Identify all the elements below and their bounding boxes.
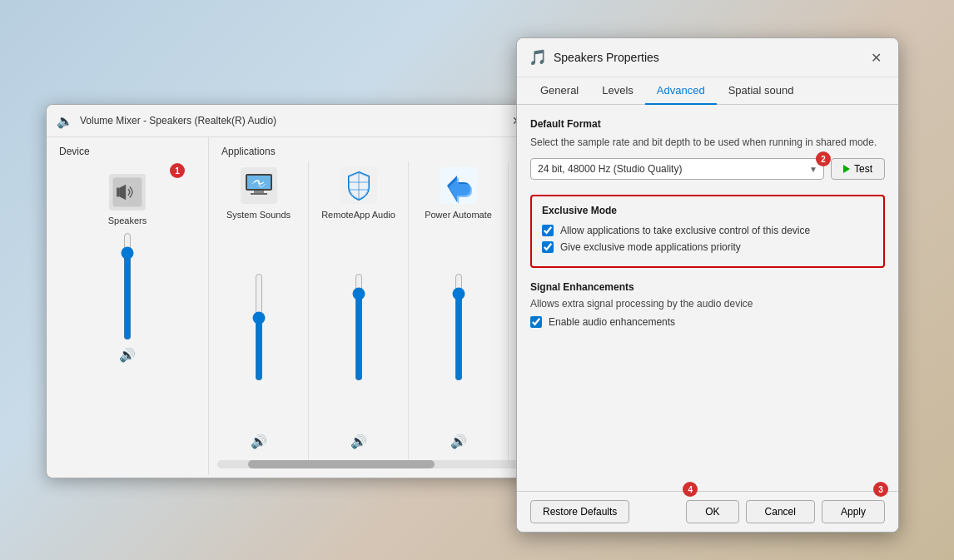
- badge-1: 1: [170, 163, 185, 178]
- dialog-titlebar: 🎵 Speakers Properties ✕: [517, 38, 898, 77]
- format-row: 2 24 bit, 48000 Hz (Studio Quality) 16 b…: [530, 158, 885, 180]
- audio-enhancements-checkbox[interactable]: [530, 316, 542, 328]
- svg-rect-6: [254, 191, 264, 193]
- mixer-content: Device 1 Speakers: [47, 137, 536, 475]
- remoteapp-name: RemoteApp Audio: [321, 209, 395, 221]
- device-volume-slider-container[interactable]: [118, 232, 137, 340]
- exclusive-priority-label: Give exclusive mode applications priorit…: [560, 241, 741, 253]
- tab-advanced[interactable]: Advanced: [645, 77, 717, 105]
- dialog-title-icon: 🎵: [529, 48, 547, 67]
- dialog-footer: Restore Defaults 4 OK Cancel 3 Apply: [517, 491, 898, 532]
- restore-defaults-button[interactable]: Restore Defaults: [530, 500, 629, 523]
- scrollbar-thumb: [248, 460, 435, 468]
- apps-grid: System Sounds 🔊: [209, 161, 536, 460]
- exclusive-control-row: Allow applications to take exclusive con…: [542, 225, 873, 236]
- tab-general[interactable]: General: [529, 77, 590, 105]
- audio-enhancements-label: Enable audio enhancements: [549, 316, 675, 328]
- mixer-device-section: Device 1 Speakers: [47, 137, 209, 475]
- format-select-wrapper[interactable]: 24 bit, 48000 Hz (Studio Quality) 16 bit…: [530, 158, 824, 180]
- ok-button[interactable]: OK: [686, 500, 738, 523]
- exclusive-priority-row: Give exclusive mode applications priorit…: [542, 241, 873, 253]
- exclusive-priority-checkbox[interactable]: [542, 241, 554, 253]
- power-automate-slider-container[interactable]: [450, 227, 468, 427]
- svg-rect-2: [117, 188, 120, 197]
- speaker-large-icon: [107, 172, 147, 212]
- remoteapp-icon: [339, 166, 379, 206]
- default-format-section: Default Format Select the sample rate an…: [530, 118, 885, 180]
- dialog-title-text: Speakers Properties: [554, 51, 659, 64]
- exclusive-mode-section: Exclusive Mode Allow applications to tak…: [530, 195, 885, 268]
- device-volume-slider[interactable]: [118, 232, 137, 340]
- dialog-tabs: General Levels Advanced Spatial sound: [517, 77, 898, 105]
- play-icon: [843, 165, 850, 173]
- device-channel: 1 Speakers: [47, 161, 208, 374]
- tab-spatial-sound[interactable]: Spatial sound: [717, 77, 806, 105]
- remoteapp-volume-icon: 🔊: [350, 427, 367, 456]
- default-format-desc: Select the sample rate and bit depth to …: [530, 135, 885, 150]
- apply-button-wrap: 3 Apply: [822, 500, 885, 523]
- volume-mixer-titlebar: 🔈 Volume Mixer - Speakers (Realtek(R) Au…: [47, 105, 536, 137]
- apply-button[interactable]: Apply: [822, 500, 885, 523]
- speaker-icon: 🔈: [57, 113, 73, 129]
- signal-enhancements-desc: Allows extra signal processing by the au…: [530, 298, 885, 310]
- format-select[interactable]: 24 bit, 48000 Hz (Studio Quality) 16 bit…: [530, 158, 824, 180]
- badge-4: 4: [683, 482, 698, 497]
- svg-rect-7: [251, 193, 267, 195]
- power-automate-icon: [439, 166, 479, 206]
- dialog-body: Default Format Select the sample rate an…: [517, 105, 898, 503]
- remoteapp-slider-container[interactable]: [350, 227, 368, 427]
- titlebar-left: 🔈 Volume Mixer - Speakers (Realtek(R) Au…: [57, 113, 276, 129]
- dialog-close-button[interactable]: ✕: [865, 47, 887, 68]
- ok-button-wrap: 4 OK: [686, 500, 738, 523]
- dialog-title-left: 🎵 Speakers Properties: [529, 48, 659, 67]
- power-automate-volume-icon: 🔊: [450, 427, 467, 456]
- audio-enhancements-row: Enable audio enhancements: [530, 316, 885, 328]
- app-channel-remoteapp: RemoteApp Audio 🔊: [309, 161, 409, 460]
- device-section-header: Device: [47, 137, 208, 161]
- exclusive-control-label: Allow applications to take exclusive con…: [560, 225, 810, 236]
- system-sounds-slider-container[interactable]: [250, 227, 268, 427]
- speakers-properties-dialog: 🎵 Speakers Properties ✕ General Levels A…: [516, 37, 899, 533]
- app-channel-system-sounds: System Sounds 🔊: [209, 161, 309, 460]
- system-sounds-icon: [239, 166, 279, 206]
- mixer-apps-section: Applications: [209, 137, 536, 475]
- exclusive-control-checkbox[interactable]: [542, 225, 554, 236]
- system-sounds-name: System Sounds: [226, 209, 291, 221]
- default-format-label: Default Format: [530, 118, 885, 130]
- device-volume-icon: 🔊: [119, 340, 136, 369]
- signal-enhancements-section: Signal Enhancements Allows extra signal …: [530, 281, 885, 328]
- system-sounds-slider[interactable]: [250, 273, 268, 381]
- power-automate-slider[interactable]: [450, 273, 468, 381]
- volume-mixer-window: 🔈 Volume Mixer - Speakers (Realtek(R) Au…: [46, 104, 537, 478]
- remoteapp-slider[interactable]: [350, 273, 368, 381]
- badge-2: 2: [816, 151, 831, 166]
- apps-scrollbar[interactable]: [217, 460, 528, 468]
- apps-section-header: Applications: [209, 137, 536, 161]
- exclusive-mode-label: Exclusive Mode: [542, 205, 873, 216]
- signal-enhancements-label: Signal Enhancements: [530, 281, 885, 293]
- system-sounds-volume-icon: 🔊: [251, 427, 267, 456]
- device-name: Speakers: [108, 216, 147, 225]
- badge-3: 3: [873, 482, 888, 497]
- app-channel-power-automate: Power Automate 🔊: [409, 161, 509, 460]
- footer-buttons: 4 OK Cancel 3 Apply: [686, 500, 885, 523]
- test-label: Test: [854, 163, 872, 175]
- format-select-container: 2 24 bit, 48000 Hz (Studio Quality) 16 b…: [530, 158, 824, 180]
- power-automate-name: Power Automate: [425, 209, 492, 221]
- test-button[interactable]: Test: [831, 158, 885, 180]
- tab-levels[interactable]: Levels: [590, 77, 645, 105]
- volume-mixer-title: Volume Mixer - Speakers (Realtek(R) Audi…: [80, 115, 276, 126]
- cancel-button[interactable]: Cancel: [746, 500, 815, 523]
